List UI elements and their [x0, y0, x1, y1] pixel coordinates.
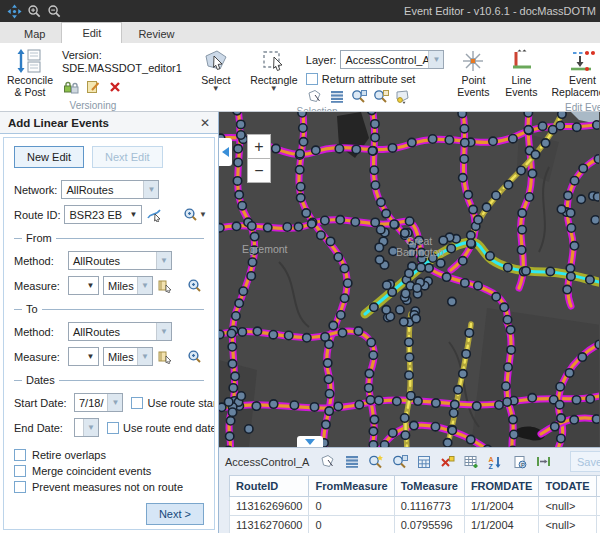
- column-header[interactable]: FromMeasure: [309, 476, 394, 497]
- event-point-marker[interactable]: [401, 414, 409, 422]
- event-point-marker[interactable]: [248, 222, 256, 230]
- event-point-marker[interactable]: [382, 209, 390, 217]
- event-point-marker[interactable]: [431, 423, 439, 431]
- event-point-marker[interactable]: [250, 232, 258, 240]
- column-header[interactable]: RouteID: [230, 476, 309, 497]
- event-point-marker[interactable]: [354, 327, 362, 335]
- event-point-marker[interactable]: [382, 306, 390, 314]
- event-point-marker[interactable]: [302, 209, 310, 217]
- option-checkbox[interactable]: [14, 465, 26, 477]
- table-rows-button[interactable]: [341, 451, 362, 472]
- event-point-marker[interactable]: [572, 396, 580, 404]
- event-point-marker[interactable]: [299, 124, 307, 132]
- event-point-marker[interactable]: [510, 430, 518, 438]
- event-point-marker[interactable]: [594, 193, 600, 201]
- event-point-marker[interactable]: [549, 126, 557, 134]
- event-point-marker[interactable]: [253, 327, 261, 335]
- map-zoom-in-button[interactable]: +: [247, 134, 271, 159]
- event-point-marker[interactable]: [595, 340, 599, 348]
- event-point-marker[interactable]: [563, 285, 571, 293]
- tab-map[interactable]: Map: [8, 24, 61, 43]
- start-date-input[interactable]: 7/18/ ▼: [74, 393, 123, 412]
- from-measure-picker-button[interactable]: [157, 277, 174, 294]
- event-point-marker[interactable]: [334, 402, 342, 410]
- column-header[interactable]: ToMeasure: [394, 476, 464, 497]
- event-point-marker[interactable]: [558, 112, 566, 118]
- event-point-marker[interactable]: [564, 191, 572, 199]
- event-point-marker[interactable]: [285, 331, 293, 339]
- event-point-marker[interactable]: [337, 311, 345, 319]
- option-checkbox[interactable]: [14, 449, 26, 461]
- event-point-marker[interactable]: [586, 276, 594, 284]
- event-point-marker[interactable]: [377, 198, 385, 206]
- event-point-marker[interactable]: [377, 226, 385, 234]
- collapse-table-button[interactable]: [297, 436, 323, 447]
- event-point-marker[interactable]: [340, 294, 348, 302]
- event-point-marker[interactable]: [324, 375, 332, 383]
- event-point-marker[interactable]: [299, 138, 307, 146]
- event-point-marker[interactable]: [517, 246, 525, 254]
- event-point-marker[interactable]: [460, 125, 468, 133]
- event-point-marker[interactable]: [226, 417, 234, 425]
- event-point-marker[interactable]: [237, 120, 245, 128]
- use-route-end-checkbox[interactable]: [107, 422, 119, 434]
- end-date-input[interactable]: ▼: [74, 418, 99, 437]
- event-point-marker[interactable]: [340, 264, 348, 272]
- event-point-marker[interactable]: [245, 425, 253, 433]
- clear-selection-button[interactable]: [394, 88, 412, 105]
- event-point-marker[interactable]: [464, 191, 472, 199]
- to-zoom-button[interactable]: [186, 348, 204, 365]
- event-point-marker[interactable]: [506, 326, 514, 334]
- event-point-marker[interactable]: [556, 383, 564, 391]
- event-point-marker[interactable]: [469, 205, 477, 213]
- event-point-marker[interactable]: [504, 181, 512, 189]
- event-point-marker[interactable]: [296, 166, 304, 174]
- zoom-to-selected-button[interactable]: [350, 88, 368, 105]
- event-point-marker[interactable]: [228, 343, 236, 351]
- event-point-marker[interactable]: [405, 353, 413, 361]
- event-point-marker[interactable]: [336, 216, 344, 224]
- select-button[interactable]: Select ▼: [190, 46, 242, 93]
- event-point-marker[interactable]: [326, 237, 334, 245]
- event-point-marker[interactable]: [405, 269, 413, 277]
- use-route-start-checkbox[interactable]: [131, 397, 143, 409]
- event-point-marker[interactable]: [367, 338, 375, 346]
- event-point-marker[interactable]: [219, 330, 224, 338]
- event-point-marker[interactable]: [454, 386, 462, 394]
- event-point-marker[interactable]: [579, 164, 587, 172]
- event-point-marker[interactable]: [233, 177, 241, 185]
- event-point-marker[interactable]: [237, 392, 245, 400]
- event-point-marker[interactable]: [401, 431, 409, 439]
- event-point-marker[interactable]: [474, 282, 482, 290]
- to-measure-input[interactable]: ▼: [68, 347, 99, 366]
- event-point-marker[interactable]: [219, 224, 224, 232]
- event-point-marker[interactable]: [355, 401, 363, 409]
- event-point-marker[interactable]: [370, 415, 378, 423]
- event-point-marker[interactable]: [228, 408, 236, 416]
- zoom-in-icon[interactable]: [24, 2, 44, 20]
- event-point-marker[interactable]: [325, 390, 333, 398]
- event-point-marker[interactable]: [227, 329, 235, 337]
- map-view[interactable]: EgremontGreatBarrington + −: [219, 112, 600, 447]
- select-shape-button[interactable]: [306, 88, 324, 105]
- event-point-marker[interactable]: [483, 445, 491, 447]
- column-header[interactable]: TODATE: [539, 476, 596, 497]
- pan-icon[interactable]: [4, 2, 24, 20]
- event-point-marker[interactable]: [495, 401, 503, 409]
- map-zoom-out-button[interactable]: −: [247, 158, 271, 183]
- event-point-marker[interactable]: [229, 384, 237, 392]
- event-point-marker[interactable]: [407, 392, 415, 400]
- event-point-marker[interactable]: [321, 216, 329, 224]
- event-point-marker[interactable]: [546, 267, 554, 275]
- event-point-marker[interactable]: [448, 426, 456, 434]
- event-point-marker[interactable]: [586, 395, 594, 403]
- event-point-marker[interactable]: [474, 216, 482, 224]
- event-point-marker[interactable]: [233, 112, 241, 115]
- event-point-marker[interactable]: [401, 289, 409, 297]
- event-point-marker[interactable]: [238, 328, 246, 336]
- from-unit-select[interactable]: Miles ▼: [103, 276, 153, 295]
- event-point-marker[interactable]: [460, 155, 468, 163]
- line-events-button[interactable]: Line Events: [500, 46, 542, 99]
- event-point-marker[interactable]: [272, 144, 280, 152]
- event-point-marker[interactable]: [570, 416, 578, 424]
